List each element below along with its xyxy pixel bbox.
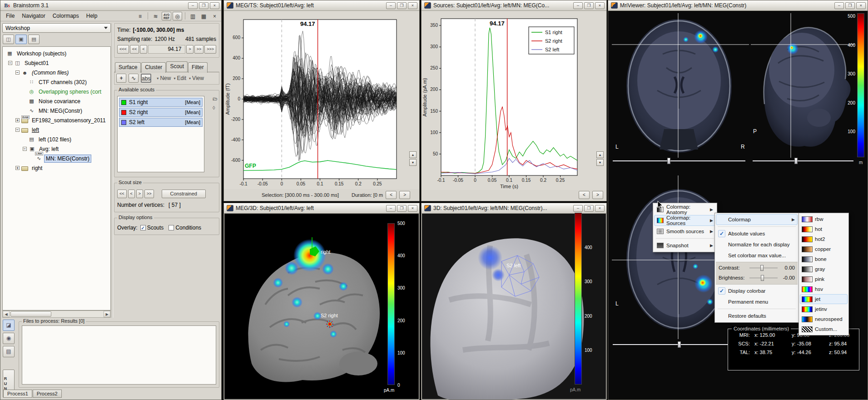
- colormap-item-rbw[interactable]: rbw: [800, 214, 848, 224]
- scout-row[interactable]: S2 left[Mean]: [119, 118, 203, 127]
- scout-menu-new[interactable]: ▾New: [155, 75, 172, 81]
- colorbar[interactable]: [387, 223, 395, 385]
- tree-item[interactable]: ∿LINKMN: MEG(Constr): [5, 154, 110, 163]
- protocol-dropdown[interactable]: Workshop: [2, 23, 111, 33]
- menu-item-colormap[interactable]: Colormap▶: [716, 214, 798, 225]
- collapse-icon[interactable]: −: [23, 147, 27, 151]
- time-forward-button-0[interactable]: >: [186, 45, 193, 54]
- meg3d-titlebar[interactable]: MEG/3D: Subject01/left/Avg: left –❐×: [224, 203, 419, 214]
- scout-list[interactable]: S1 right[Mean]S2 right[Mean]S2 left[Mean…: [117, 96, 204, 172]
- slider-track[interactable]: [749, 268, 778, 268]
- next-sample-button[interactable]: >: [592, 191, 603, 199]
- slider-handle[interactable]: [760, 265, 764, 271]
- scout-size-button-2[interactable]: >: [136, 190, 143, 198]
- tree-item[interactable]: +right: [5, 163, 110, 173]
- expand-icon[interactable]: +: [15, 118, 20, 122]
- slider-handle[interactable]: [761, 275, 764, 281]
- tree-item[interactable]: ◎Overlapping spheres (cort: [5, 87, 110, 96]
- menu-help[interactable]: Help: [83, 11, 101, 20]
- time-forward-button-2[interactable]: >>>: [204, 45, 216, 54]
- surface3d-titlebar[interactable]: 3D: Subject01/left/Avg: left/MN: MEG(Con…: [422, 203, 606, 214]
- menu-item-normalize-for-each-display[interactable]: Normalize for each display: [716, 239, 798, 250]
- colormap-item-hot[interactable]: hot: [800, 224, 848, 234]
- constrained-button[interactable]: Constrained: [162, 190, 206, 198]
- megts-titlebar[interactable]: MEG/TS: Subject01/left/Avg: left –❐×: [224, 0, 419, 11]
- tree-item[interactable]: ▦Workshop (subjects): [5, 49, 110, 58]
- prev-sample-button[interactable]: <: [579, 191, 590, 199]
- slider-handle[interactable]: [667, 158, 670, 164]
- colormap-item-custom-[interactable]: Custom...: [800, 324, 848, 334]
- colormap-item-pink[interactable]: pink: [800, 274, 848, 284]
- mri-sagittal-view[interactable]: P: [751, 13, 854, 158]
- slider-handle[interactable]: [794, 158, 798, 164]
- tree-item[interactable]: ∷CTF channels (302): [5, 77, 110, 87]
- expand-icon[interactable]: +: [15, 166, 20, 170]
- load-scouts-folder-icon[interactable]: 🗁: [213, 96, 218, 101]
- tile-windows-icon[interactable]: ▦: [199, 12, 208, 20]
- menu-item-set-colorbar-max-value-[interactable]: Set colorbar max value...: [716, 250, 798, 261]
- absolute-values-button[interactable]: abs: [141, 74, 151, 83]
- menu-file[interactable]: File: [2, 11, 18, 20]
- prev-sample-button[interactable]: <: [386, 191, 397, 199]
- colormap-item-jetinv[interactable]: jetinv: [800, 304, 848, 314]
- time-back-button-2[interactable]: <: [140, 45, 147, 54]
- tree-horizontal-scrollbar[interactable]: ◀ ▶: [2, 310, 111, 318]
- scout-size-button-0[interactable]: <<: [117, 190, 127, 198]
- sources-plot[interactable]: 35030025020015010050-0.1-0.0500.050.10.1…: [422, 11, 606, 190]
- colormap-item-copper[interactable]: copper: [800, 244, 848, 254]
- restore-button[interactable]: ❐: [584, 205, 594, 212]
- colormap-item-bone[interactable]: bone: [800, 254, 848, 264]
- restore-button[interactable]: ❐: [199, 2, 208, 9]
- scout-timeseries-button[interactable]: ∿: [129, 74, 139, 83]
- restore-button[interactable]: ❐: [584, 2, 594, 9]
- montage-icon[interactable]: ◎: [173, 12, 182, 20]
- close-button[interactable]: ×: [595, 205, 605, 212]
- functional-view-button[interactable]: ▣: [15, 35, 27, 44]
- mri-coronal-view[interactable]: L R: [612, 13, 749, 158]
- slider-handle[interactable]: [678, 341, 681, 348]
- time-back-button-0[interactable]: <<<: [117, 45, 129, 54]
- close-all-figures-button[interactable]: ×: [210, 12, 219, 20]
- main-titlebar[interactable]: Bs Brainstorm 3.1 –❐×: [0, 0, 221, 11]
- tree-item[interactable]: ▤left (102 files): [5, 135, 110, 144]
- time-back-button-1[interactable]: <<: [130, 45, 139, 54]
- scout-row[interactable]: S2 right[Mean]: [119, 108, 203, 117]
- minimize-button[interactable]: –: [573, 205, 583, 212]
- coronal-slice-slider[interactable]: [613, 160, 745, 161]
- collapse-icon[interactable]: −: [15, 70, 20, 75]
- tab-surface[interactable]: Surface: [115, 62, 141, 73]
- tab-filter[interactable]: Filter: [188, 62, 208, 73]
- gain-down-button[interactable]: ▼: [409, 159, 417, 166]
- restore-button[interactable]: ❐: [397, 205, 407, 212]
- menu-item-smooth-sources[interactable]: Smooth sources▶: [654, 226, 716, 237]
- megts-plot[interactable]: 6004002000-200-400-600-0.1-0.0500.050.10…: [224, 11, 419, 189]
- scout-menu-view[interactable]: ▾View: [188, 75, 205, 81]
- tree-item[interactable]: −left: [5, 125, 110, 135]
- colormap-item-hot2[interactable]: hot2: [800, 234, 848, 244]
- minimize-button[interactable]: –: [834, 2, 844, 9]
- dock-columns-icon[interactable]: ▥: [188, 12, 198, 20]
- conditions-view-button[interactable]: ▤: [28, 35, 40, 44]
- menu-item-snapshot[interactable]: Snapshot▶: [654, 240, 716, 251]
- mriviewer-titlebar[interactable]: MriViewer: Subject01/left/Avg: left/MN: …: [608, 0, 868, 11]
- tree-item[interactable]: +RAWEF1982_somatosensory_2011: [5, 115, 110, 125]
- process-results-button[interactable]: ◪: [3, 320, 15, 331]
- tree-item[interactable]: −◫Subject01: [5, 58, 110, 68]
- process-files-icon[interactable]: ▤: [3, 346, 15, 357]
- tab-process1[interactable]: Process1: [3, 390, 32, 398]
- avg-ref-button[interactable]: AVGREF: [162, 12, 171, 20]
- colormap-item-neurospeed[interactable]: neurospeed: [800, 314, 848, 324]
- colorbar[interactable]: [575, 213, 582, 385]
- current-time-field[interactable]: 94.17: [148, 45, 186, 54]
- batch-list-icon[interactable]: ≡: [135, 12, 145, 20]
- checkbox-conditions[interactable]: [169, 225, 174, 230]
- restore-button[interactable]: ❐: [845, 2, 855, 9]
- close-button[interactable]: ×: [210, 2, 219, 9]
- subjects-view-button[interactable]: ◫: [3, 35, 14, 44]
- process-gear-icon[interactable]: ◉: [3, 333, 15, 344]
- sagittal-slice-slider[interactable]: [753, 160, 853, 161]
- restore-button[interactable]: ❐: [397, 2, 407, 9]
- close-button[interactable]: ×: [408, 205, 417, 212]
- colormap-item-jet[interactable]: jet: [800, 294, 848, 304]
- scout-size-button-1[interactable]: <: [128, 190, 135, 198]
